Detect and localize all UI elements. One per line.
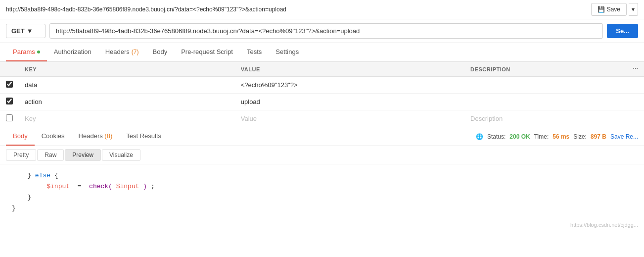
params-dot [37,51,40,53]
tab-headers[interactable]: Headers (7) [98,43,146,61]
bottom-tab-body[interactable]: Body [6,127,35,146]
params-table: KEY VALUE DESCRIPTION ⋯ data <?echo%09"1… [0,62,644,127]
view-tabs-row: Pretty Raw Preview Visualize [0,146,644,164]
row2-checkbox[interactable] [6,98,13,104]
placeholder-checkbox-cell [0,110,19,127]
url-input[interactable] [49,23,603,39]
tab-prerequest[interactable]: Pre-request Script [174,43,240,61]
header-key: KEY [19,62,235,77]
method-select[interactable]: GET ▼ [6,24,46,38]
row1-value[interactable]: <?echo%09"123"?> [235,77,464,94]
placeholder-description[interactable]: Description [464,110,626,127]
tab-tests[interactable]: Tests [240,43,269,61]
code-line-4: } [12,203,632,214]
row2-checkbox-cell [0,94,19,110]
globe-icon: 🌐 [476,133,483,140]
save-icon: 💾 [598,6,605,13]
bottom-tab-headers[interactable]: Headers (8) [72,127,120,146]
chevron-down-icon: ▼ [27,27,33,35]
row2-description[interactable] [464,94,626,110]
size-label: Size: [573,133,587,140]
top-bar: http://58aba8f9-498c-4adb-832b-36e765806… [0,0,644,19]
save-response-link[interactable]: Save Re... [610,133,638,140]
row2-more [627,94,644,110]
placeholder-key[interactable]: Key [19,110,235,127]
save-dropdown-button[interactable]: ▾ [629,3,638,16]
header-value: VALUE [235,62,464,77]
tab-params[interactable]: Params [6,43,47,61]
code-line-3: } [12,192,632,203]
top-bar-url: http://58aba8f9-498c-4adb-832b-36e765806… [6,6,591,13]
row2-value[interactable]: upload [235,94,464,110]
view-tab-raw[interactable]: Raw [37,149,64,161]
row1-key[interactable]: data [19,77,235,94]
size-value: 897 B [591,133,606,140]
bottom-tabs-row: Body Cookies Headers (8) Test Results 🌐 … [0,127,644,146]
bottom-tabs-right: 🌐 Status: 200 OK Time: 56 ms Size: 897 B… [476,133,638,140]
view-tab-visualize[interactable]: Visualize [102,149,140,161]
header-more: ⋯ [627,62,644,77]
header-checkbox-col [0,62,19,77]
placeholder-checkbox[interactable] [6,114,13,121]
status-label: Status: [487,133,506,140]
tab-authorization[interactable]: Authorization [47,43,98,61]
watermark: https://blog.csdn.net/cjdgg... [0,220,644,230]
table-row-placeholder: Key Value Description [0,110,644,127]
tab-settings[interactable]: Settings [269,43,306,61]
bottom-tabs-left: Body Cookies Headers (8) Test Results [6,127,168,146]
table-row: action upload [0,94,644,110]
tab-body[interactable]: Body [146,43,175,61]
row2-key[interactable]: action [19,94,235,110]
code-line-1: } else { [12,170,632,181]
placeholder-value[interactable]: Value [235,110,464,127]
code-line-2: $input = check( $input ) ; [12,181,632,192]
save-button[interactable]: 💾 Save [591,3,627,16]
top-bar-actions: 💾 Save ▾ [591,3,638,16]
row1-description[interactable] [464,77,626,94]
view-tab-preview[interactable]: Preview [65,149,101,161]
status-value: 200 OK [509,133,530,140]
row1-checkbox[interactable] [6,81,13,88]
table-header-row: KEY VALUE DESCRIPTION ⋯ [0,62,644,77]
request-tabs: Params Authorization Headers (7) Body Pr… [0,43,644,62]
chevron-down-icon: ▾ [632,6,635,13]
row1-more [627,77,644,94]
time-value: 56 ms [552,133,569,140]
header-description: DESCRIPTION [464,62,626,77]
send-button[interactable]: Se... [607,24,638,38]
view-tab-pretty[interactable]: Pretty [6,149,36,161]
row1-checkbox-cell [0,77,19,94]
placeholder-more [627,110,644,127]
request-bar: GET ▼ Se... [0,19,644,43]
bottom-tab-testresults[interactable]: Test Results [119,127,168,146]
code-area: } else { $input = check( $input ) ; } } [0,164,644,220]
time-label: Time: [534,133,549,140]
bottom-tab-cookies[interactable]: Cookies [35,127,72,146]
table-row: data <?echo%09"123"?> [0,77,644,94]
